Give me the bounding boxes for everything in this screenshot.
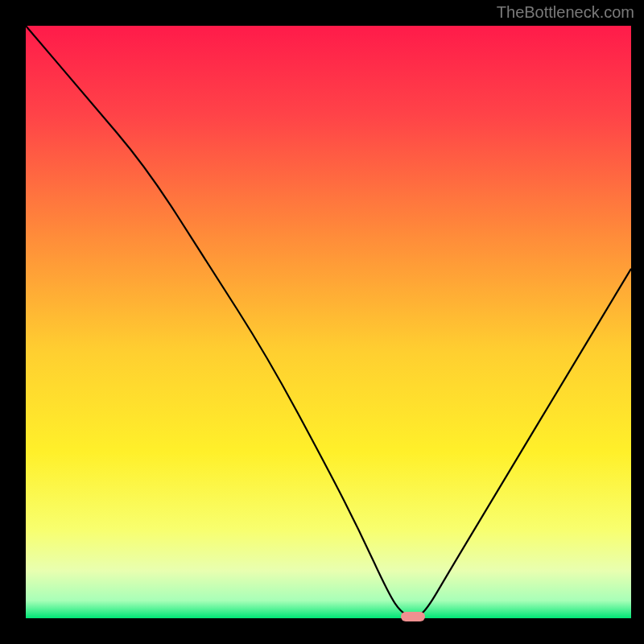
plot-area — [26, 26, 631, 618]
watermark-text: TheBottleneck.com — [497, 3, 634, 22]
bottleneck-curve — [26, 26, 631, 618]
chart-container: TheBottleneck.com — [0, 0, 644, 644]
optimal-marker — [401, 612, 425, 621]
